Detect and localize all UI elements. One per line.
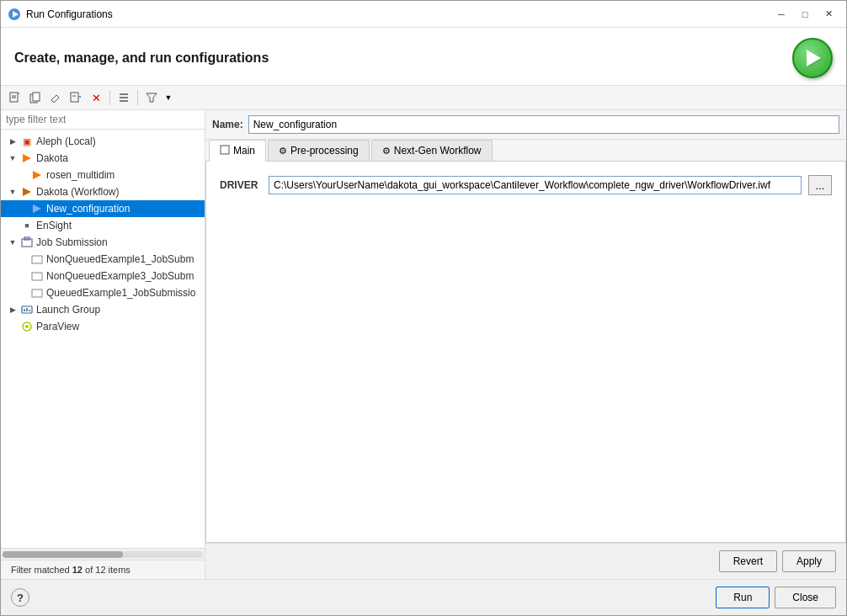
tree-item-paraview[interactable]: ParaView [1, 318, 205, 335]
tab-main-label: Main [233, 145, 255, 157]
launch-group-icon [20, 303, 34, 316]
name-input[interactable] [248, 115, 839, 134]
new-config-tree-icon [30, 202, 44, 215]
title-bar: Run Configurations ─ □ ✕ [1, 1, 846, 28]
edit-button[interactable] [46, 88, 65, 107]
tree-item-nonqueued1[interactable]: NonQueuedExample1_JobSubm [1, 251, 205, 268]
filter-dropdown-button[interactable]: ▼ [162, 88, 174, 107]
ensight-label: EnSight [36, 220, 72, 231]
tabs-bar: Main ⚙ Pre-processing ⚙ Next-Gen Workflo… [205, 140, 846, 162]
tree-item-queued1[interactable]: QueuedExample1_JobSubmissio [1, 284, 205, 301]
duplicate-button[interactable] [26, 88, 45, 107]
svg-rect-7 [33, 93, 40, 101]
queued1-icon [30, 286, 44, 300]
scrollbar-track[interactable] [3, 551, 203, 558]
minimize-button[interactable]: ─ [770, 6, 792, 23]
svg-rect-25 [32, 289, 42, 297]
leaf-spacer [18, 254, 28, 264]
nonqueued1-label: NonQueuedExample1_JobSubm [46, 253, 194, 265]
paraview-icon [20, 320, 34, 333]
tree-item-new-config[interactable]: New_configuration [1, 200, 205, 217]
run-button[interactable]: Run [716, 587, 770, 608]
leaf-spacer [18, 170, 28, 180]
left-panel: ▣ Aleph (Local) Dakota [1, 110, 205, 579]
driver-browse-button[interactable]: ... [808, 175, 832, 195]
dakota-wf-icon [20, 185, 34, 199]
collapse-arrow-aleph[interactable] [8, 136, 18, 146]
filter-button[interactable] [142, 88, 161, 107]
svg-point-31 [25, 325, 29, 328]
window-icon [8, 8, 21, 21]
svg-rect-24 [32, 273, 42, 280]
scrollbar-thumb[interactable] [3, 551, 123, 558]
filter-status-suffix: of 12 items [83, 565, 131, 575]
nonqueued3-label: NonQueuedExample3_JobSubm [46, 270, 194, 282]
svg-marker-16 [146, 93, 157, 102]
nonqueued1-icon [30, 252, 44, 266]
tab-nextgen-label: Next-Gen Workflow [394, 145, 482, 157]
help-button[interactable]: ? [11, 588, 29, 607]
main-tab-icon [220, 145, 230, 157]
new-config-button[interactable] [6, 88, 24, 107]
footer-right-buttons: Run Close [716, 587, 836, 608]
aleph-label: Aleph (Local) [36, 135, 96, 147]
svg-marker-17 [23, 154, 31, 162]
tab-content-main: DRIVER ... [205, 162, 846, 543]
run-circle-button[interactable] [792, 38, 833, 78]
close-button[interactable]: ✕ [818, 6, 839, 23]
tree-item-dakota-wf[interactable]: Dakota (Workflow) [1, 183, 205, 200]
separator-1 [109, 90, 110, 105]
bottom-bar: Revert Apply [205, 543, 846, 579]
collapse-arrow-job[interactable] [8, 237, 18, 247]
svg-marker-18 [33, 171, 41, 179]
collapse-button[interactable] [115, 88, 133, 107]
tree-item-dakota[interactable]: Dakota [1, 150, 205, 167]
filter-input[interactable] [1, 110, 205, 130]
leaf-spacer [8, 321, 18, 332]
tree-item-nonqueued3[interactable]: NonQueuedExample3_JobSubm [1, 268, 205, 284]
queued1-label: QueuedExample1_JobSubmissio [46, 287, 195, 299]
collapse-arrow-dakotawf[interactable] [8, 187, 18, 197]
leaf-spacer [8, 220, 18, 231]
horizontal-scrollbar[interactable] [1, 548, 205, 560]
tab-preprocessing[interactable]: ⚙ Pre-processing [268, 140, 370, 161]
aleph-icon: ▣ [20, 135, 34, 148]
maximize-button[interactable]: □ [794, 6, 816, 23]
driver-input[interactable] [269, 176, 802, 194]
svg-line-8 [56, 95, 59, 98]
header-title: Create, manage, and run configurations [14, 50, 269, 66]
revert-button[interactable]: Revert [719, 550, 777, 572]
filter-status-label: Filter matched [11, 565, 72, 575]
footer-bar: ? Run Close [1, 579, 846, 615]
tree-item-rosen[interactable]: rosen_multidim [1, 167, 205, 183]
svg-marker-12 [80, 95, 81, 98]
close-button-footer[interactable]: Close [775, 587, 836, 608]
separator-2 [137, 90, 138, 105]
toolbar: ✕ ▼ [1, 86, 846, 110]
window-controls: ─ □ ✕ [770, 6, 839, 23]
tree-item-aleph[interactable]: ▣ Aleph (Local) [1, 133, 205, 150]
filter-matched-count: 12 [72, 565, 83, 575]
job-icon [20, 236, 34, 249]
dakota-wf-label: Dakota (Workflow) [36, 186, 119, 198]
collapse-arrow-dakota[interactable] [8, 153, 18, 163]
tree-item-ensight[interactable]: ■ EnSight [1, 217, 205, 234]
svg-marker-20 [33, 204, 41, 213]
svg-rect-23 [32, 256, 42, 263]
ensight-icon: ■ [20, 219, 34, 232]
export-button[interactable] [67, 88, 85, 107]
paraview-label: ParaView [36, 321, 79, 332]
apply-button[interactable]: Apply [782, 550, 836, 572]
preprocessing-icon: ⚙ [279, 146, 287, 157]
delete-button[interactable]: ✕ [87, 88, 105, 107]
play-icon [807, 50, 821, 66]
filter-status-text: Filter matched 12 of 12 items [6, 562, 136, 577]
svg-rect-9 [71, 93, 78, 102]
collapse-arrow-launch[interactable] [8, 305, 18, 315]
tree-item-job-sub[interactable]: Job Submission [1, 234, 205, 251]
dakota-icon [20, 151, 34, 165]
tree-item-launch-group[interactable]: Launch Group [1, 301, 205, 318]
tab-main[interactable]: Main [209, 140, 266, 162]
main-window: Run Configurations ─ □ ✕ Create, manage,… [0, 0, 847, 616]
tab-nextgen[interactable]: ⚙ Next-Gen Workflow [371, 140, 493, 161]
